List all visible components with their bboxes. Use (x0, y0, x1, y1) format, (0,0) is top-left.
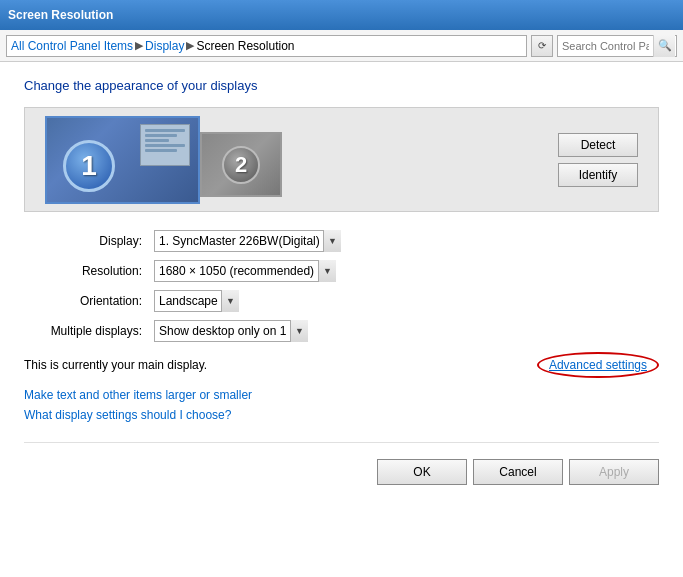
refresh-button[interactable]: ⟳ (531, 35, 553, 57)
monitor-2[interactable]: 2 (200, 132, 282, 197)
monitor-line-5 (145, 149, 177, 152)
title-bar: Screen Resolution (0, 0, 683, 30)
orientation-select[interactable]: Landscape (154, 290, 239, 312)
breadcrumb: All Control Panel Items ▶ Display ▶ Scre… (6, 35, 527, 57)
monitor-1[interactable]: 1 (45, 116, 200, 204)
monitors-container: 1 2 (45, 116, 282, 204)
orientation-control: Landscape ▼ (154, 290, 239, 312)
resolution-control: 1680 × 1050 (recommended) ▼ (154, 260, 336, 282)
resolution-label: Resolution: (24, 264, 154, 278)
main-content: Change the appearance of your displays 1… (0, 62, 683, 577)
display-control: 1. SyncMaster 226BW(Digital) ▼ (154, 230, 341, 252)
search-box: 🔍 (557, 35, 677, 57)
breadcrumb-item-resolution: Screen Resolution (196, 39, 294, 53)
resolution-row: Resolution: 1680 × 1050 (recommended) ▼ (24, 260, 659, 282)
display-select-wrapper: 1. SyncMaster 226BW(Digital) ▼ (154, 230, 341, 252)
cancel-button[interactable]: Cancel (473, 459, 563, 485)
resolution-select[interactable]: 1680 × 1050 (recommended) (154, 260, 336, 282)
advanced-settings-link[interactable]: Advanced settings (537, 352, 659, 378)
breadcrumb-sep-1: ▶ (135, 39, 143, 52)
multiple-displays-control: Show desktop only on 1 ▼ (154, 320, 308, 342)
ok-button[interactable]: OK (377, 459, 467, 485)
multiple-displays-select-wrapper: Show desktop only on 1 ▼ (154, 320, 308, 342)
main-display-text: This is currently your main display. (24, 358, 207, 372)
apply-button[interactable]: Apply (569, 459, 659, 485)
orientation-label: Orientation: (24, 294, 154, 308)
multiple-displays-row: Multiple displays: Show desktop only on … (24, 320, 659, 342)
display-row: Display: 1. SyncMaster 226BW(Digital) ▼ (24, 230, 659, 252)
monitor-preview-area: 1 2 Detect Identify (24, 107, 659, 212)
title-bar-text: Screen Resolution (8, 8, 113, 22)
search-icon[interactable]: 🔍 (653, 35, 675, 57)
address-action-buttons: ⟳ (531, 35, 553, 57)
page-title: Change the appearance of your displays (24, 78, 659, 93)
detect-button[interactable]: Detect (558, 133, 638, 157)
monitor-1-number: 1 (63, 140, 115, 192)
display-label: Display: (24, 234, 154, 248)
resolution-select-wrapper: 1680 × 1050 (recommended) ▼ (154, 260, 336, 282)
multiple-displays-select[interactable]: Show desktop only on 1 (154, 320, 308, 342)
orientation-select-wrapper: Landscape ▼ (154, 290, 239, 312)
monitor-line-4 (145, 144, 185, 147)
monitor-line-3 (145, 139, 169, 142)
monitor-line-1 (145, 129, 185, 132)
advanced-settings-circle: Advanced settings (537, 352, 659, 378)
bottom-buttons: OK Cancel Apply (24, 442, 659, 485)
links-section: Make text and other items larger or smal… (24, 388, 659, 422)
search-input[interactable] (558, 40, 653, 52)
orientation-row: Orientation: Landscape ▼ (24, 290, 659, 312)
breadcrumb-item-display[interactable]: Display (145, 39, 184, 53)
monitor-2-number: 2 (222, 146, 260, 184)
address-bar: All Control Panel Items ▶ Display ▶ Scre… (0, 30, 683, 62)
multiple-displays-label: Multiple displays: (24, 324, 154, 338)
monitor-1-inner (140, 124, 190, 166)
settings-section: Display: 1. SyncMaster 226BW(Digital) ▼ … (24, 230, 659, 342)
link-text-size[interactable]: Make text and other items larger or smal… (24, 388, 659, 402)
monitor-line-2 (145, 134, 177, 137)
link-display-settings[interactable]: What display settings should I choose? (24, 408, 659, 422)
identify-button[interactable]: Identify (558, 163, 638, 187)
detect-identify-section: Detect Identify (558, 133, 638, 187)
breadcrumb-sep-2: ▶ (186, 39, 194, 52)
breadcrumb-item-controlpanel[interactable]: All Control Panel Items (11, 39, 133, 53)
display-select[interactable]: 1. SyncMaster 226BW(Digital) (154, 230, 341, 252)
display-info-row: This is currently your main display. Adv… (24, 352, 659, 378)
